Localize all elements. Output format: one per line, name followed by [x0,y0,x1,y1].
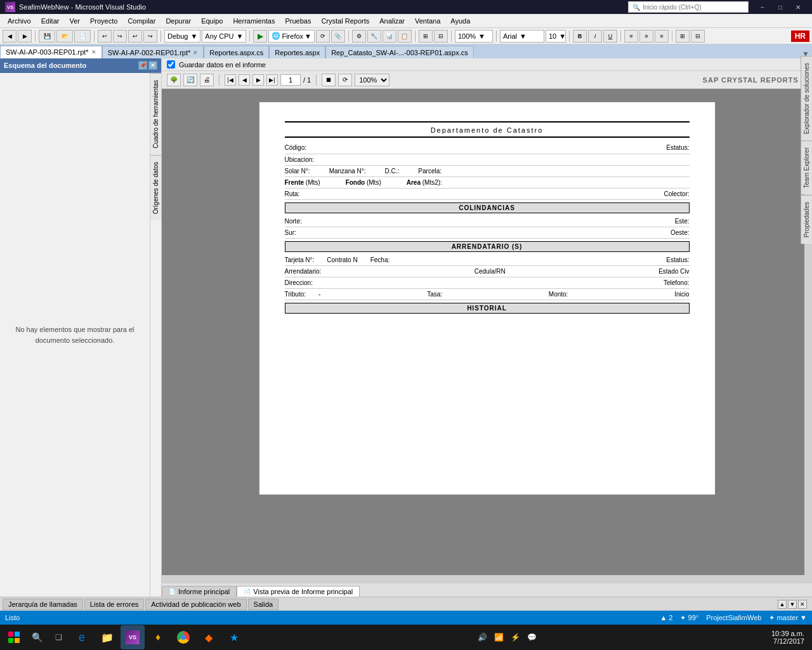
cr-first-btn[interactable]: |◀ [225,74,236,86]
taskbar-explorer[interactable]: 📁 [95,625,119,649]
refresh-btn[interactable]: ⟳ [316,30,330,43]
cr-last-btn[interactable]: ▶| [266,74,278,86]
cr-tree-btn[interactable]: 🌳 [167,74,181,86]
taskbar-ie[interactable]: e [70,625,94,649]
taskbar-search-btn[interactable]: 🔍 [27,627,47,647]
menu-crystal-reports[interactable]: Crystal Reports [316,16,374,26]
tb-btn1[interactable]: ⚙ [352,30,366,43]
align-right-btn[interactable]: ≡ [655,30,669,43]
cr-reload-btn[interactable]: ⟳ [338,74,352,86]
origenes-datos-tab[interactable]: Orígenes de datos [150,155,161,220]
font-dropdown[interactable]: Arial ▼ [500,30,544,43]
tb-btn4[interactable]: 📋 [398,30,412,43]
bottom-nav-up[interactable]: ▲ [778,600,787,609]
start-debug-btn[interactable]: ▶ [253,30,267,43]
sidebar-close-btn[interactable]: ✕ [148,61,157,70]
cuadro-herramientas-tab[interactable]: Cuadro de herramientas [150,73,161,155]
tb-more-btn1[interactable]: ⊞ [419,30,433,43]
tab-0[interactable]: SW-AI-AP-003-REP01.rpt* ✕ [0,46,102,58]
tray-icon3[interactable]: ⚡ [509,626,521,649]
toolbar-redo-btn[interactable]: ↪ [113,30,127,43]
error-tab-errores[interactable]: Lista de errores [84,599,144,610]
toolbar-undo2-btn[interactable]: ↩ [128,30,142,43]
taskbar-task-view-btn[interactable]: ❑ [48,627,69,647]
extra-btn1[interactable]: ⊞ [676,30,690,43]
tb-btn2[interactable]: 🔧 [367,30,381,43]
toolbar-back-btn[interactable]: ◀ [3,30,16,43]
tb-more-btn2[interactable]: ⊟ [434,30,448,43]
menu-equipo[interactable]: Equipo [196,16,228,26]
extra-btn2[interactable]: ⊟ [691,30,705,43]
bottom-nav-close[interactable]: ✕ [798,600,807,609]
cr-stop-btn[interactable]: ⏹ [322,74,336,86]
lower-tab-informe[interactable]: 📄 Informe principal [162,586,237,597]
platform-dropdown[interactable]: Any CPU ▼ [202,30,246,43]
tray-notification[interactable]: 💬 [525,626,538,649]
tab-2[interactable]: Reportes.aspx.cs [204,46,269,58]
italic-btn[interactable]: I [588,30,602,43]
quick-launch-input[interactable] [643,4,744,11]
minimize-button[interactable]: − [754,0,771,14]
menu-archivo[interactable]: Archivo [3,16,36,26]
menu-analizar[interactable]: Analizar [374,16,410,26]
tb-btn3[interactable]: 📊 [383,30,396,43]
underline-btn[interactable]: U [603,30,617,43]
align-center-btn[interactable]: ≡ [639,30,653,43]
menu-editar[interactable]: Editar [36,16,65,26]
cr-next-btn[interactable]: ▶ [252,74,264,86]
lower-tab-preview[interactable]: 📄 Vista previa de Informe principal [237,586,360,597]
tray-icon2[interactable]: 📶 [492,626,505,649]
menu-proyecto[interactable]: Proyecto [85,16,122,26]
menu-compilar[interactable]: Compilar [122,16,160,26]
bold-btn[interactable]: B [573,30,587,43]
menu-ver[interactable]: Ver [64,16,85,26]
tab-1[interactable]: SW-AI-AP-002-REP01.rpt* ✕ [102,46,204,58]
toolbar-open-btn[interactable]: 📂 [56,30,73,43]
tab-1-close[interactable]: ✕ [193,50,198,56]
debug-config-dropdown[interactable]: Debug ▼ [164,30,200,43]
cr-zoom-select[interactable]: 100% 75% 50% 150% [355,74,390,86]
menu-herramientas[interactable]: Herramientas [228,16,280,26]
taskbar-app8[interactable]: ★ [222,625,246,649]
taskbar-vs[interactable]: VS [121,625,145,649]
bottom-nav-down[interactable]: ▼ [788,600,797,609]
toolbar-undo-btn[interactable]: ↩ [98,30,112,43]
browser-dropdown[interactable]: 🌐 Firefox ▼ [268,30,315,43]
attach-btn[interactable]: 📎 [331,30,345,43]
save-data-checkbox[interactable] [167,60,175,69]
taskbar-chrome[interactable] [171,625,195,649]
tab-0-close[interactable]: ✕ [91,49,96,55]
toolbar-save-btn[interactable]: 💾 [39,30,55,43]
zoom-dropdown[interactable]: 100% ▼ [455,30,493,43]
side-panel-team[interactable]: Team Explorer [801,140,812,194]
fontsize-dropdown[interactable]: 10 ▼ [546,30,566,43]
cr-prev-btn[interactable]: ◀ [239,74,250,86]
taskbar-app5[interactable]: ♦ [146,625,170,649]
side-panel-explorador[interactable]: Explorador de soluciones [801,58,812,140]
error-tab-salida[interactable]: Salida [248,599,279,610]
sidebar-pin-btn[interactable]: 📌 [138,61,147,70]
tab-3[interactable]: Reportes.aspx [269,46,325,58]
report-area[interactable]: Departamento de Catastro Código: Estatus… [162,89,812,583]
toolbar-redo2-btn[interactable]: ↪ [143,30,157,43]
cr-refresh-btn[interactable]: 🔄 [183,74,197,86]
cr-print-btn[interactable]: 🖨 [200,74,214,86]
align-left-btn[interactable]: ≡ [624,30,638,43]
error-tab-jerarquia[interactable]: Jerarquía de llamadas [3,599,83,610]
tray-icon1[interactable]: 🔊 [476,626,488,649]
menu-ayuda[interactable]: Ayuda [445,16,475,26]
taskbar-start-btn[interactable] [3,626,25,649]
maximize-button[interactable]: □ [771,0,789,14]
toolbar-fwd-btn[interactable]: ▶ [18,30,32,43]
cr-page-input[interactable] [280,74,301,86]
menu-depurar[interactable]: Depurar [160,16,196,26]
error-tab-actividad[interactable]: Actividad de publicación web [145,599,246,610]
tab-4[interactable]: Rep_Catasto_SW-AI-...-003-REP01.aspx.cs [325,46,474,58]
menu-pruebas[interactable]: Pruebas [280,16,316,26]
report-scrollbar-h[interactable] [162,575,804,583]
taskbar-clock[interactable]: 10:39 a.m. 7/12/2017 [771,630,809,645]
close-button[interactable]: ✕ [789,0,807,14]
side-panel-propiedades[interactable]: Propiedades [801,195,812,244]
menu-ventana[interactable]: Ventana [410,16,445,26]
toolbar-new-btn[interactable]: 📄 [74,30,91,43]
